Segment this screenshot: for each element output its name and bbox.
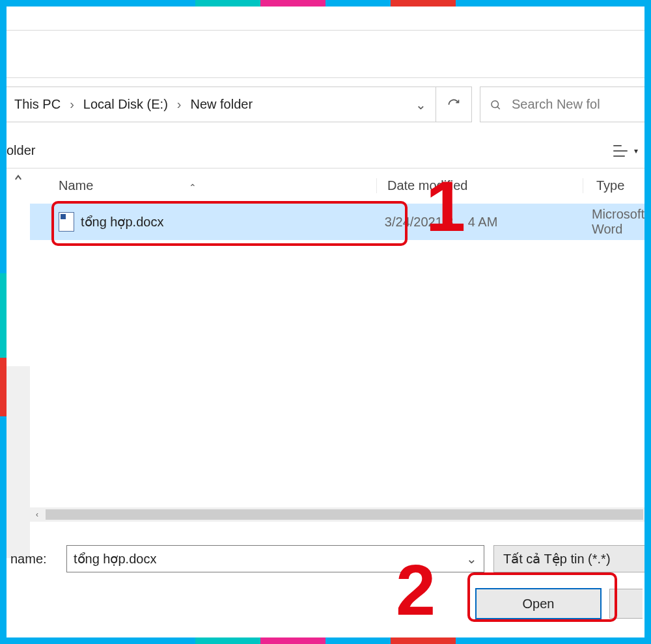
filter-label: Tất cả Tệp tin (*.*) bbox=[503, 551, 611, 567]
scroll-thumb[interactable] bbox=[46, 509, 643, 520]
svg-point-0 bbox=[492, 101, 499, 108]
file-list-header[interactable]: Name⌃ Date modified Type bbox=[30, 168, 644, 204]
search-icon bbox=[490, 99, 501, 111]
chevron-right-icon: › bbox=[177, 97, 182, 112]
open-button-label: Open bbox=[523, 597, 555, 611]
file-type-cell: Microsoft Word bbox=[579, 207, 644, 237]
svg-line-1 bbox=[497, 107, 500, 109]
file-date-cell-b: 4 AM bbox=[468, 215, 498, 230]
search-placeholder: Search New fol bbox=[512, 97, 600, 112]
organize-label[interactable]: older bbox=[7, 143, 35, 158]
file-name-cell: tổng hợp.docx bbox=[81, 214, 163, 230]
filename-input[interactable]: tổng hợp.docx ⌄ bbox=[66, 545, 484, 572]
breadcrumb-item-folder[interactable]: New folder bbox=[191, 97, 253, 112]
chevron-down-icon[interactable]: ⌄ bbox=[466, 551, 477, 567]
chevron-right-icon: › bbox=[70, 97, 74, 112]
chevron-down-icon[interactable]: ⌄ bbox=[415, 97, 426, 113]
breadcrumb-item-pc[interactable]: This PC bbox=[14, 97, 61, 112]
file-row[interactable]: tổng hợp.docx 3/24/2021 8 4 AM Microsoft… bbox=[30, 204, 644, 240]
file-type-filter[interactable]: Tất cả Tệp tin (*.*) bbox=[493, 545, 644, 572]
caret-down-icon[interactable]: ▾ bbox=[634, 146, 638, 155]
view-options-icon[interactable] bbox=[613, 145, 628, 157]
sort-caret-icon: ⌃ bbox=[189, 182, 197, 193]
file-date-cell-a: 3/24/2021 8 bbox=[385, 215, 454, 230]
word-file-icon bbox=[59, 212, 74, 232]
scroll-left-arrow-icon[interactable]: ‹ bbox=[30, 507, 44, 522]
filename-value: tổng hợp.docx bbox=[74, 551, 156, 567]
filename-label: name: bbox=[7, 552, 57, 567]
column-date[interactable]: Date modified bbox=[376, 178, 583, 193]
nav-side-filler bbox=[7, 366, 30, 558]
search-input[interactable]: Search New fol bbox=[480, 87, 644, 122]
open-button[interactable]: Open bbox=[475, 588, 602, 619]
horizontal-scrollbar[interactable]: ‹ bbox=[30, 507, 644, 522]
refresh-button[interactable] bbox=[436, 87, 472, 122]
breadcrumb-item-disk[interactable]: Local Disk (E:) bbox=[83, 97, 168, 112]
address-breadcrumb[interactable]: This PC › Local Disk (E:) › New folder ⌄ bbox=[7, 87, 436, 122]
column-type[interactable]: Type bbox=[583, 178, 644, 193]
secondary-button[interactable] bbox=[609, 589, 643, 619]
column-name[interactable]: Name bbox=[59, 178, 93, 193]
